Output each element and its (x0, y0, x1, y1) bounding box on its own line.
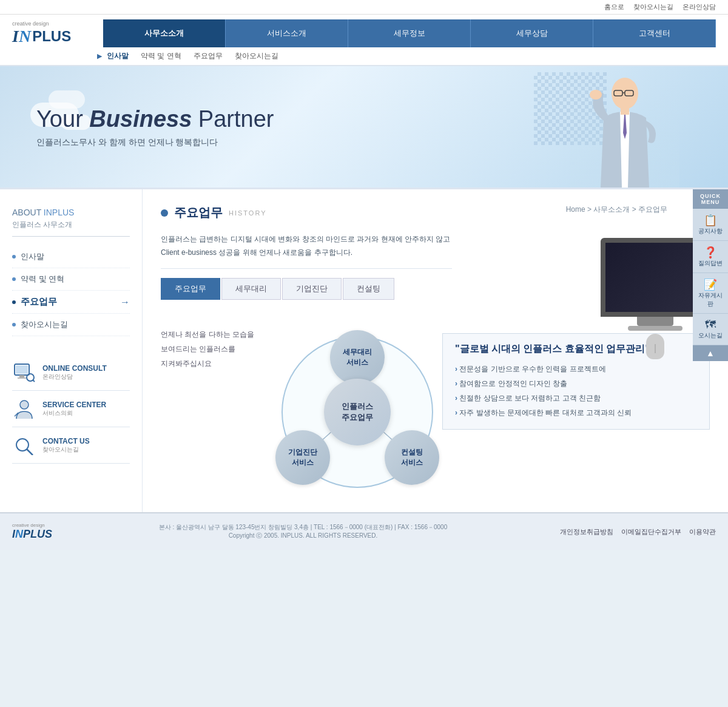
tab-2[interactable]: 기업진단 (282, 278, 342, 300)
main-nav: 사무소소개 서비스소개 세무정보 세무상담 고객센터 (103, 19, 716, 47)
board-icon: 📝 (696, 278, 725, 291)
header: creative design IN PLUS 사무소소개 서비스소개 세무정보… (0, 15, 728, 47)
sidebar-title: ABOUT INPLUS (12, 205, 130, 218)
sidebar-contact-us[interactable]: CONTACT US 찾아오시는길 (12, 427, 130, 464)
footer-links: 개인정보취급방침 이메일집단수집거부 이용약관 (554, 527, 716, 536)
notice-icon: 📋 (696, 214, 725, 227)
svg-line-15 (27, 449, 33, 455)
diagram-area: 언제나 최선을 다하는 모습을 보여드리는 인플러스를 지켜봐주십시요 인플러스… (161, 327, 442, 497)
logo: creative design IN PLUS (12, 21, 91, 46)
bullet-2 (12, 300, 16, 304)
banner-title: Your Business Partner (36, 106, 274, 132)
logo-plus: PLUS (32, 28, 71, 45)
quick-menu-label: QUICK MENU (693, 189, 728, 209)
search-icon (13, 436, 35, 455)
footer-link-2[interactable]: 이용약관 (689, 528, 716, 535)
banner-subtitle: 인플러스노무사 와 함께 하면 언제나 행복합니다 (36, 137, 274, 148)
bullet-item-2: 친절한 상담으로 보다 저렴하고 고객 친근함 (455, 391, 697, 405)
footer-logo: INPLUS (12, 528, 52, 541)
sidebar-link-0[interactable]: 인사말 (21, 251, 44, 262)
bullet-item-0: 전문성을 기반으로 우수한 인력을 프로젝트에 (455, 362, 697, 376)
sidebar-menu-item-0[interactable]: 인사말 (12, 246, 130, 268)
svg-rect-9 (18, 377, 26, 379)
nav-item-0[interactable]: 사무소소개 (103, 19, 226, 47)
bullet-list: 전문성을 기반으로 우수한 인력을 프로젝트에 참여함으로 안정적인 디자인 창… (455, 362, 697, 420)
nav-item-2[interactable]: 세무정보 (348, 19, 471, 47)
svg-point-4 (590, 90, 602, 100)
service-center-icon (12, 398, 36, 419)
banner-person (570, 69, 679, 188)
svg-point-12 (20, 401, 29, 409)
bullet-1 (12, 277, 16, 281)
page-header: 주요업무 HISTORY Home > 사무소소개 > 주요업무 (161, 205, 710, 221)
map-icon: 🗺 (696, 319, 725, 331)
person-icon (13, 399, 35, 419)
sub-nav-main-work[interactable]: 주요업무 (194, 51, 223, 61)
footer: creative design INPLUS 본사 : 울산광역시 남구 달동 … (0, 512, 728, 550)
content-intro: 인플러스는 급변하는 디지털 시대에 변화와 창조의 마인드로 과거와 현재에 … (161, 233, 452, 269)
top-link-consult[interactable]: 온라인상담 (682, 3, 716, 10)
monitor-stand (637, 317, 673, 326)
page-title-dot (161, 209, 168, 217)
sidebar-service-center[interactable]: SERVICE CENTER 서비스의뢰 (12, 391, 130, 427)
person-svg (576, 72, 673, 188)
sidebar-online-consult[interactable]: ONLINE CONSULT 온라인상담 (12, 354, 130, 391)
monitor-mouse (646, 334, 664, 359)
bullet-item-1: 참여함으로 안정적인 디자인 창출 (455, 376, 697, 391)
footer-info: 본사 : 울산광역시 남구 달동 123-45번지 창림빌딩 3,4층 | TE… (64, 523, 542, 540)
sidebar-menu-item-3[interactable]: 찾아오시는길 (12, 314, 130, 336)
banner-text: Your Business Partner 인플러스노무사 와 함께 하면 언제… (0, 88, 310, 166)
sub-nav-arrow: ▶ (97, 52, 102, 60)
top-link-directions[interactable]: 찾아오시는길 (633, 3, 673, 10)
sub-nav-insawal[interactable]: 인사말 (107, 51, 129, 61)
footer-logo-sub: creative design (12, 523, 52, 528)
contact-us-icon (12, 435, 36, 456)
monitor-icon (13, 363, 35, 382)
footer-link-1[interactable]: 이메일집단수집거부 (621, 528, 681, 535)
online-consult-icon (12, 362, 36, 383)
svg-line-11 (33, 380, 35, 382)
tab-1[interactable]: 세무대리 (221, 278, 281, 300)
sub-nav-history[interactable]: 약력 및 연혁 (141, 51, 181, 61)
sidebar-links: ONLINE CONSULT 온라인상담 SERVICE CENTER 서비스의… (12, 354, 130, 464)
nav-item-3[interactable]: 세무상담 (471, 19, 593, 47)
page-title-row: 주요업무 HISTORY (161, 205, 267, 221)
sidebar-menu-item-2[interactable]: 주요업무 → (12, 291, 130, 314)
sidebar-menu: 인사말 약력 및 연혁 주요업무 → 찾아오시는길 (12, 246, 130, 336)
online-consult-text: ONLINE CONSULT 온라인상담 (42, 364, 107, 381)
footer-logo-area: creative design INPLUS (12, 523, 52, 541)
circle-center: 인플러스 주요업무 (324, 379, 391, 445)
service-center-text: SERVICE CENTER 서비스의뢰 (42, 401, 106, 418)
tab-3[interactable]: 컨설팅 (343, 278, 394, 300)
bullet-0 (12, 255, 16, 259)
quick-item-3[interactable]: 🗺 오시는길 (693, 314, 728, 345)
monitor-shape (601, 238, 704, 317)
logo-in: IN (12, 27, 31, 46)
sidebar-link-3[interactable]: 찾아오시는길 (21, 319, 68, 330)
tab-0[interactable]: 주요업무 (161, 278, 220, 300)
footer-link-0[interactable]: 개인정보취급방침 (560, 528, 613, 535)
sidebar-link-1[interactable]: 약력 및 연혁 (21, 274, 64, 285)
svg-rect-8 (19, 375, 24, 377)
nav-item-1[interactable]: 서비스소개 (226, 19, 348, 47)
top-link-home[interactable]: 홈으로 (604, 3, 624, 10)
quick-item-0[interactable]: 📋 공지사항 (693, 209, 728, 241)
logo-sub: creative design (12, 21, 49, 27)
monitor-screen (605, 243, 699, 312)
quick-item-1[interactable]: ❓ 질의답변 (693, 241, 728, 273)
breadcrumb: Home > 사무소소개 > 주요업무 (566, 205, 667, 215)
quick-item-2[interactable]: 📝 자유게시판 (693, 273, 728, 314)
sub-nav-directions[interactable]: 찾아오시는길 (235, 51, 278, 61)
content-area: ABOUT INPLUS 인플러스 사무소개 인사말 약력 및 연혁 주요업무 … (0, 188, 728, 512)
sidebar-subtitle: 인플러스 사무소개 (12, 220, 130, 237)
orbit-left: 기업진단 서비스 (275, 430, 330, 485)
top-bar: 홈으로 찾아오시는길 온라인상담 (0, 0, 728, 15)
sidebar: ABOUT INPLUS 인플러스 사무소개 인사말 약력 및 연혁 주요업무 … (0, 189, 143, 512)
quick-up-button[interactable]: ▲ (693, 345, 728, 361)
diagram-circle-container: 인플러스 주요업무 세무대리 서비스 기업진단 서비스 컨 (272, 327, 442, 497)
sidebar-menu-item-1[interactable]: 약력 및 연혁 (12, 268, 130, 291)
main-content: QUICK MENU 📋 공지사항 ❓ 질의답변 📝 자유게시판 🗺 오시는길 … (143, 189, 728, 512)
sub-nav: ▶ 인사말 약력 및 연혁 주요업무 찾아오시는길 (0, 47, 728, 66)
nav-item-4[interactable]: 고객센터 (593, 19, 716, 47)
sidebar-link-2[interactable]: 주요업무 (21, 296, 57, 308)
